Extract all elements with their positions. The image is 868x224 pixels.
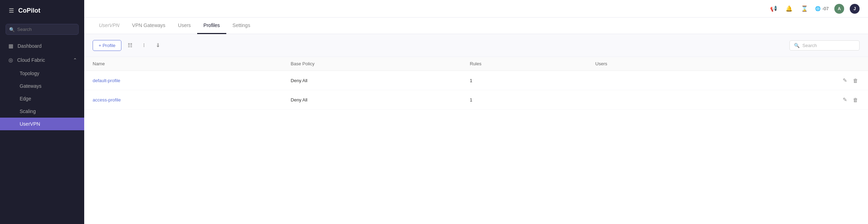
timezone-selector[interactable]: 🌐 -07 [815, 6, 829, 11]
user-avatar-a[interactable]: A [834, 4, 844, 14]
timezone-label: -07 [822, 6, 829, 11]
megaphone-icon[interactable]: 📢 [769, 4, 779, 14]
sidebar-item-dashboard[interactable]: ▦ Dashboard [0, 39, 84, 53]
edit-icon[interactable]: ✎ [841, 95, 849, 104]
profile-link-access[interactable]: access-profile [93, 97, 121, 103]
row-base-policy: Deny All [282, 90, 461, 110]
tabs-bar: UserVPN VPN Gateways Users Profiles Sett… [84, 18, 868, 34]
hourglass-icon[interactable]: ⌛ [800, 4, 809, 14]
app-name: CoPilot [18, 7, 40, 14]
topbar: 📢 🔔 ⌛ 🌐 -07 A J [84, 0, 868, 18]
dashboard-icon: ▦ [8, 43, 13, 49]
sidebar: ☰ CoPilot 🔍 ▦ Dashboard ◎ Cloud Fabric ⌃… [0, 0, 84, 224]
sidebar-child-label: Scaling [20, 108, 36, 114]
tab-settings[interactable]: Settings [226, 18, 257, 34]
sidebar-item-scaling[interactable]: Scaling [0, 105, 84, 118]
user-avatar-j[interactable]: J [850, 4, 860, 14]
table-search-box: 🔍 [789, 40, 860, 51]
sidebar-item-topology[interactable]: Topology [0, 67, 84, 80]
app-logo: ☰ CoPilot [0, 0, 84, 21]
sidebar-item-cloud-fabric[interactable]: ◎ Cloud Fabric ⌃ [0, 53, 84, 67]
tab-vpn-gateways[interactable]: VPN Gateways [126, 18, 172, 34]
delete-icon[interactable]: 🗑 [852, 76, 860, 85]
search-icon: 🔍 [794, 43, 800, 48]
row-base-policy: Deny All [282, 71, 461, 90]
row-actions: ✎ 🗑 [714, 71, 868, 90]
sidebar-search-input[interactable] [6, 24, 79, 35]
profile-link-default[interactable]: default-profile [93, 78, 120, 83]
sidebar-item-edge[interactable]: Edge [0, 92, 84, 105]
table-header: Name Base Policy Rules Users [84, 57, 868, 71]
tab-uservpn[interactable]: UserVPN [93, 18, 126, 34]
content-area: + Profile ☷ ⁝ ⇓ 🔍 Name Base Policy Rules… [84, 34, 868, 224]
main-content: 📢 🔔 ⌛ 🌐 -07 A J UserVPN VPN Gateways Use… [84, 0, 868, 224]
chevron-up-icon: ⌃ [73, 57, 77, 63]
table-search-input[interactable] [802, 43, 855, 48]
col-rules: Rules [461, 57, 587, 71]
sidebar-section-label: Cloud Fabric [17, 57, 45, 63]
sidebar-child-label: Gateways [20, 83, 41, 89]
profiles-table-wrap: Name Base Policy Rules Users default-pro… [84, 57, 868, 110]
sidebar-child-label: UserVPN [20, 121, 40, 127]
columns-icon[interactable]: ⁝ [138, 40, 149, 51]
row-rules: 1 [461, 90, 587, 110]
download-icon[interactable]: ⇓ [152, 40, 163, 51]
edit-icon[interactable]: ✎ [841, 76, 849, 85]
row-users [587, 90, 714, 110]
profiles-table: Name Base Policy Rules Users default-pro… [84, 57, 868, 110]
row-rules: 1 [461, 71, 587, 90]
tab-profiles[interactable]: Profiles [197, 18, 226, 34]
sidebar-item-label: Dashboard [18, 43, 42, 49]
col-name: Name [84, 57, 282, 71]
sidebar-search-container: 🔍 [6, 24, 79, 35]
delete-icon[interactable]: 🗑 [852, 95, 860, 104]
row-actions: ✎ 🗑 [714, 90, 868, 110]
content-toolbar: + Profile ☷ ⁝ ⇓ 🔍 [84, 34, 868, 57]
table-body: default-profile Deny All 1 ✎ 🗑 [84, 71, 868, 110]
filter-icon[interactable]: ☷ [124, 40, 135, 51]
globe-icon: 🌐 [815, 6, 821, 11]
row-name: access-profile [84, 90, 282, 110]
tab-users[interactable]: Users [172, 18, 197, 34]
sidebar-item-uservpn[interactable]: UserVPN [0, 118, 84, 130]
col-actions [714, 57, 868, 71]
col-users: Users [587, 57, 714, 71]
bell-icon[interactable]: 🔔 [784, 4, 794, 14]
search-icon: 🔍 [9, 27, 15, 32]
add-profile-button[interactable]: + Profile [93, 40, 121, 51]
table-row: default-profile Deny All 1 ✎ 🗑 [84, 71, 868, 90]
row-users [587, 71, 714, 90]
table-row: access-profile Deny All 1 ✎ 🗑 [84, 90, 868, 110]
row-name: default-profile [84, 71, 282, 90]
sidebar-child-label: Topology [20, 71, 39, 76]
menu-icon[interactable]: ☰ [7, 6, 15, 15]
sidebar-item-gateways[interactable]: Gateways [0, 80, 84, 92]
col-base-policy: Base Policy [282, 57, 461, 71]
sidebar-children-cloud-fabric: Topology Gateways Edge Scaling UserVPN [0, 67, 84, 130]
sidebar-child-label: Edge [20, 96, 31, 101]
cloud-fabric-icon: ◎ [8, 57, 13, 63]
